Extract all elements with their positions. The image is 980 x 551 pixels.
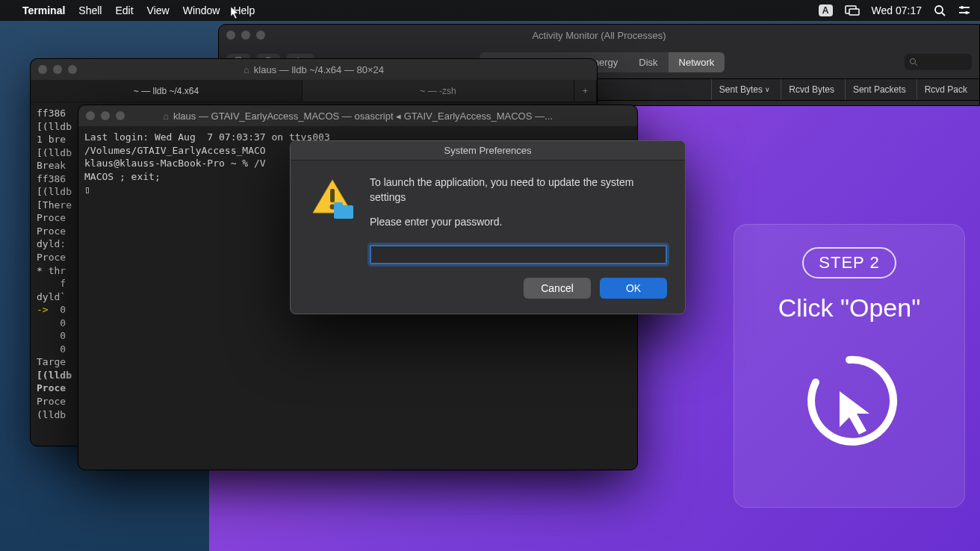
home-icon: ⌂ (163, 110, 169, 122)
svg-rect-1 (849, 9, 859, 15)
activity-title: Activity Monitor (All Processes) (532, 30, 666, 41)
traffic-lights[interactable] (226, 31, 265, 40)
menu-shell[interactable]: Shell (78, 4, 102, 16)
svg-point-2 (935, 6, 943, 13)
installer-step-card: STEP 2 Click "Open" (734, 224, 965, 508)
terminal-tab-1[interactable]: ~ — lldb ~/4.x64 (31, 80, 303, 102)
svg-rect-18 (330, 189, 335, 202)
terminal-title: klaus — lldb ~/4.x64 — 80×24 (254, 64, 384, 75)
spotlight-icon[interactable] (934, 4, 946, 16)
menu-edit[interactable]: Edit (115, 4, 133, 16)
sort-indicator-icon: ∨ (765, 86, 770, 93)
svg-line-3 (942, 13, 945, 16)
tab-disk[interactable]: Disk (628, 52, 668, 72)
menubar-clock[interactable]: Wed 07:17 (872, 4, 922, 16)
dialog-prompt: Please enter your password. (370, 215, 667, 230)
warning-folder-icon (308, 175, 356, 264)
terminal-title: klaus — GTAIV_EarlyAccess_MACOS — osascr… (173, 110, 553, 122)
menu-view[interactable]: View (147, 4, 170, 16)
menubar: Terminal Shell Edit View Window Help A W… (0, 0, 980, 21)
col-sent-bytes[interactable]: Sent Bytes ∨ (711, 79, 778, 100)
terminal-tab-2[interactable]: ~ — -zsh (303, 80, 574, 102)
svg-point-7 (965, 11, 968, 14)
screen-mirror-icon[interactable] (845, 5, 860, 16)
ok-button[interactable]: OK (600, 278, 667, 299)
home-icon: ⌂ (244, 64, 249, 75)
cursor-swirl-icon (793, 345, 905, 460)
step-badge: STEP 2 (802, 247, 896, 278)
tab-network[interactable]: Network (669, 52, 725, 72)
svg-point-16 (910, 59, 915, 64)
traffic-lights[interactable] (38, 65, 77, 74)
dialog-message: To launch the application, you need to u… (370, 175, 667, 205)
mouse-cursor-icon (230, 6, 241, 22)
terminal-tab-add[interactable]: + (574, 80, 597, 102)
col-rcvd-packets[interactable]: Rcvd Pack (917, 79, 975, 100)
password-input[interactable] (370, 245, 667, 264)
input-source-badge[interactable]: A (819, 4, 833, 16)
col-sent-packets[interactable]: Sent Packets (845, 79, 914, 100)
control-center-icon[interactable] (958, 5, 971, 16)
step-title: Click "Open" (778, 293, 920, 323)
terminal-tabs[interactable]: ~ — lldb ~/4.x64 ~ — -zsh + (31, 80, 597, 102)
svg-rect-20 (334, 205, 353, 219)
terminal-titlebar[interactable]: ⌂ klaus — lldb ~/4.x64 — 80×24 (31, 59, 597, 80)
svg-rect-21 (334, 202, 343, 207)
cancel-button[interactable]: Cancel (524, 278, 591, 299)
col-rcvd-bytes[interactable]: Rcvd Bytes (781, 79, 842, 100)
traffic-lights[interactable] (86, 111, 125, 120)
terminal-titlebar[interactable]: ⌂ klaus — GTAIV_EarlyAccess_MACOS — osas… (78, 105, 637, 126)
svg-point-5 (961, 6, 964, 9)
svg-line-17 (915, 63, 917, 66)
dialog-title: System Preferences (291, 141, 685, 161)
activity-titlebar[interactable]: Activity Monitor (All Processes) (219, 25, 979, 46)
menubar-app[interactable]: Terminal (22, 4, 65, 16)
password-dialog: System Preferences To launch the applica… (290, 140, 686, 314)
menu-window[interactable]: Window (183, 4, 220, 16)
